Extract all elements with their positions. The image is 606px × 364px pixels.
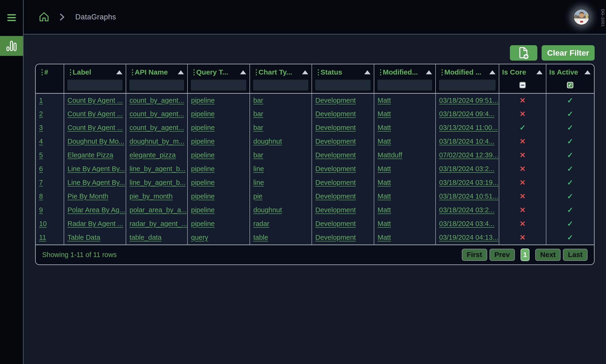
column-header-status-sort[interactable]: ⋮ Status <box>312 64 374 78</box>
modified-by-filter-input[interactable] <box>378 80 432 91</box>
chart-type-link[interactable]: bar <box>253 97 263 104</box>
column-header-is-core-sort[interactable]: Is Core <box>499 64 546 78</box>
status-link[interactable]: Development <box>315 165 356 172</box>
modified-on-link[interactable]: 03/18/2024 03:2... <box>439 206 495 214</box>
query-type-link[interactable]: pipeline <box>191 97 215 104</box>
sort-asc-icon[interactable] <box>489 70 495 74</box>
add-datagraph-button[interactable] <box>510 45 537 61</box>
modified-by-link[interactable]: Matt <box>378 124 391 131</box>
column-header-is-active-sort[interactable]: Is Active <box>546 64 594 78</box>
row-number-link[interactable]: 3 <box>39 124 43 131</box>
drag-handle-icon[interactable]: ⋮ <box>253 69 256 76</box>
pagination-next-button[interactable]: Next <box>535 249 561 261</box>
label-link[interactable]: Radar By Agent ... <box>67 220 123 227</box>
status-link[interactable]: Development <box>315 151 356 159</box>
row-number-link[interactable]: 5 <box>39 151 43 159</box>
modified-by-link[interactable]: Matt <box>378 220 391 227</box>
query-type-link[interactable]: pipeline <box>191 124 215 131</box>
sort-asc-icon[interactable] <box>536 70 542 74</box>
chart-type-link[interactable]: table <box>253 234 268 241</box>
sort-asc-icon[interactable] <box>240 70 246 74</box>
modified-by-link[interactable]: Matt <box>378 192 391 200</box>
query-type-link[interactable]: pipeline <box>191 179 215 186</box>
chart-type-link[interactable]: bar <box>253 110 263 118</box>
label-link[interactable]: Line By Agent By... <box>67 165 125 172</box>
chart-type-link[interactable]: line <box>253 179 264 186</box>
status-link[interactable]: Development <box>315 138 356 145</box>
sidebar-item-datagraphs[interactable] <box>0 36 23 56</box>
label-link[interactable]: Polar Area By Ag... <box>67 206 125 214</box>
clear-filter-button[interactable]: Clear Filter <box>542 45 595 61</box>
pagination-first-button[interactable]: First <box>462 249 487 261</box>
modified-on-link[interactable]: 03/18/2024 09:4... <box>439 110 495 118</box>
modified-on-link[interactable]: 03/18/2024 09:51... <box>439 97 498 104</box>
modified-on-filter-input[interactable] <box>439 80 495 91</box>
column-header-modified-by-sort[interactable]: ⋮ Modified... <box>374 64 435 78</box>
query-type-link[interactable]: pipeline <box>191 206 215 214</box>
drag-handle-icon[interactable]: ⋮ <box>191 69 193 76</box>
column-header-query-sort[interactable]: ⋮ Query T... <box>188 64 250 78</box>
modified-by-link[interactable]: Matt <box>378 110 391 118</box>
drag-handle-icon[interactable]: ⋮ <box>39 69 41 76</box>
sort-asc-icon[interactable] <box>116 70 122 74</box>
modified-on-link[interactable]: 03/18/2024 03:19... <box>439 179 498 186</box>
api-name-link[interactable]: polar_area_by_a... <box>130 206 187 214</box>
chart-type-link[interactable]: bar <box>253 124 263 131</box>
query-type-link[interactable]: pipeline <box>191 110 215 118</box>
query-type-link[interactable]: pipeline <box>191 165 215 172</box>
status-link[interactable]: Development <box>315 110 356 118</box>
row-number-link[interactable]: 6 <box>39 165 43 172</box>
sort-asc-icon[interactable] <box>584 70 591 74</box>
row-number-link[interactable]: 11 <box>39 234 46 241</box>
api-name-link[interactable]: line_by_agent_b... <box>130 165 185 172</box>
api-name-link[interactable]: radar_by_agent_... <box>130 220 187 227</box>
column-header-label-sort[interactable]: ⋮ Label <box>64 64 126 78</box>
sort-asc-icon[interactable] <box>178 70 184 74</box>
modified-by-link[interactable]: Matt <box>378 234 391 241</box>
label-link[interactable]: Elegante Pizza <box>67 151 113 159</box>
query-type-link[interactable]: query <box>191 234 208 241</box>
label-link[interactable]: Count By Agent ... <box>67 97 123 104</box>
row-number-link[interactable]: 7 <box>39 179 43 186</box>
column-header-modified-on-sort[interactable]: ⋮ Modified ... <box>436 64 499 78</box>
status-link[interactable]: Development <box>315 124 356 131</box>
chart-type-link[interactable]: pie <box>253 192 263 200</box>
api-name-link[interactable]: pie_by_month <box>130 192 172 200</box>
row-number-link[interactable]: 8 <box>39 192 43 200</box>
modified-on-link[interactable]: 03/18/2024 03:2... <box>439 165 495 172</box>
modified-on-link[interactable]: 07/02/2024 12:39... <box>439 151 498 159</box>
query-type-link[interactable]: pipeline <box>191 192 215 200</box>
chart-type-link[interactable]: bar <box>253 151 263 159</box>
status-link[interactable]: Development <box>315 220 356 227</box>
modified-by-link[interactable]: Mattduff <box>378 151 402 159</box>
label-link[interactable]: Count By Agent ... <box>67 110 123 118</box>
modified-on-link[interactable]: 03/18/2024 10:4... <box>439 138 495 145</box>
row-number-link[interactable]: 9 <box>39 206 43 214</box>
modified-on-link[interactable]: 03/13/2024 11:00... <box>439 124 498 131</box>
drag-handle-icon[interactable]: ⋮ <box>67 69 70 76</box>
chart-type-link[interactable]: line <box>253 165 264 172</box>
modified-by-link[interactable]: Matt <box>378 165 391 172</box>
label-link[interactable]: Count By Agent ... <box>67 124 123 131</box>
modified-by-link[interactable]: Matt <box>378 206 391 214</box>
api-name-link[interactable]: count_by_agent... <box>130 124 184 131</box>
drag-handle-icon[interactable]: ⋮ <box>377 69 380 76</box>
row-number-link[interactable]: 1 <box>39 97 43 104</box>
status-link[interactable]: Development <box>315 97 356 104</box>
modified-by-link[interactable]: Matt <box>378 138 391 145</box>
label-link[interactable]: Line By Agent By... <box>67 179 125 186</box>
modified-on-link[interactable]: 03/19/2024 04:13... <box>439 234 498 241</box>
is-active-filter-checkbox[interactable]: ✓ <box>567 82 573 88</box>
query-type-link[interactable]: pipeline <box>191 220 215 227</box>
query-type-link[interactable]: pipeline <box>191 151 215 159</box>
sort-asc-icon[interactable] <box>426 70 432 74</box>
status-link[interactable]: Development <box>315 179 356 186</box>
column-header-api-sort[interactable]: ⋮ API Name <box>126 64 187 78</box>
pagination-prev-button[interactable]: Prev <box>489 249 515 261</box>
home-icon[interactable] <box>39 12 49 22</box>
status-link[interactable]: Development <box>315 234 356 241</box>
api-name-link[interactable]: doughnut_by_m... <box>130 138 184 145</box>
avatar[interactable] <box>573 9 589 25</box>
row-number-link[interactable]: 2 <box>39 110 43 118</box>
drag-handle-icon[interactable]: ⋮ <box>315 69 318 76</box>
